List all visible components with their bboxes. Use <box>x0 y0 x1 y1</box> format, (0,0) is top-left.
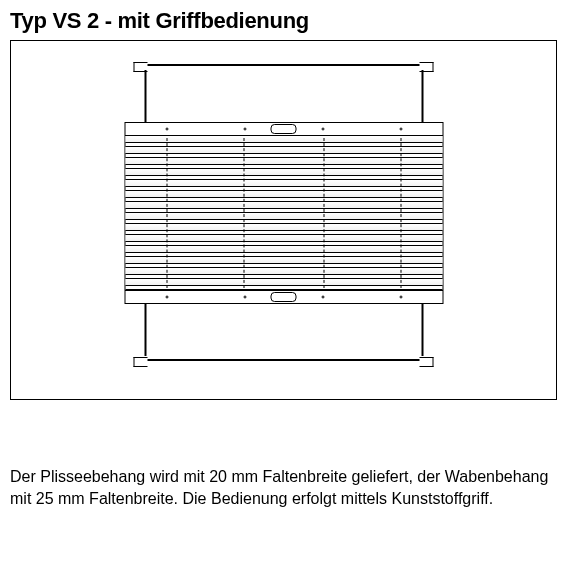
top-operating-rail <box>124 122 443 136</box>
bottom-bracket-right-icon <box>420 357 434 367</box>
blind-drawing <box>116 61 451 365</box>
pleated-fabric <box>116 136 451 290</box>
bottom-bracket-left-icon <box>134 357 148 367</box>
bottom-operating-rail <box>124 290 443 304</box>
figure-frame <box>10 40 557 400</box>
top-handle-icon <box>271 124 297 134</box>
bottom-handle-icon <box>271 292 297 302</box>
page-title: Typ VS 2 - mit Griffbedienung <box>10 8 557 34</box>
bottom-tension-rails <box>116 304 451 356</box>
bottom-bracket <box>144 359 424 365</box>
description-text: Der Plisseebehang wird mit 20 mm Faltenb… <box>10 466 557 509</box>
top-tension-rails <box>116 70 451 122</box>
